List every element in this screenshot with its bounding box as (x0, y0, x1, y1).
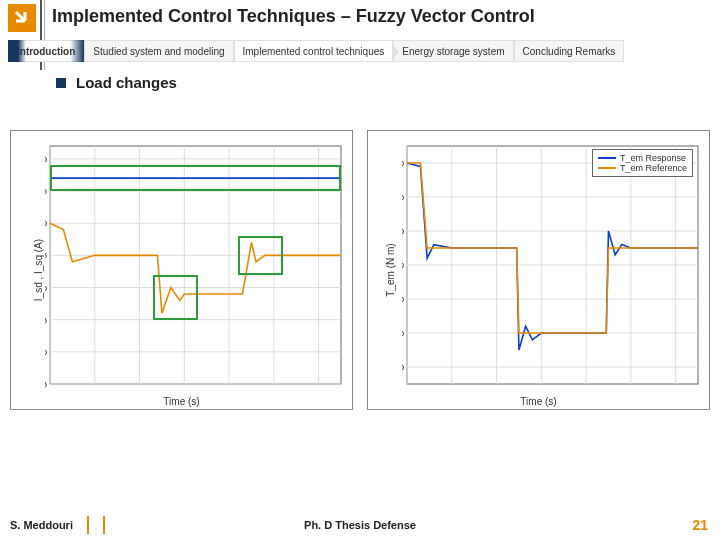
chart-ylabel: T_em (N m) (385, 243, 396, 296)
svg-text:10: 10 (45, 155, 48, 164)
svg-text:5: 5 (629, 387, 634, 389)
svg-text:-5: -5 (45, 251, 48, 260)
page-number: 21 (692, 517, 708, 533)
legend-swatch-icon (598, 157, 616, 159)
legend-label: T_em Reference (620, 163, 687, 173)
svg-text:0: 0 (48, 387, 53, 389)
svg-text:1: 1 (93, 387, 98, 389)
breadcrumb-tabs: IntroductionStudied system and modelingI… (8, 40, 712, 62)
svg-text:3: 3 (539, 387, 544, 389)
svg-text:-20: -20 (45, 348, 48, 357)
chart-row: 0123456-25-20-15-10-50510 I_sd , I_sq (A… (10, 130, 710, 410)
tab-implemented-control-techniques[interactable]: Implemented control techniques (234, 40, 394, 62)
chart-legend: T_em ResponseT_em Reference (592, 149, 693, 177)
svg-text:5: 5 (272, 387, 277, 389)
footer: S. Meddouri Ph. D Thesis Defense 21 (0, 510, 720, 540)
svg-text:2: 2 (494, 387, 499, 389)
tab-energy-storage-system[interactable]: Energy storage system (393, 40, 513, 62)
footer-divider-icon (103, 516, 105, 534)
svg-text:-50: -50 (402, 329, 405, 338)
footer-divider-icon (87, 516, 89, 534)
svg-text:-10: -10 (45, 284, 48, 293)
chart-xlabel: Time (s) (163, 396, 199, 407)
tab-introduction[interactable]: Introduction (8, 40, 84, 62)
svg-text:6: 6 (316, 387, 321, 389)
chart-ylabel: I_sd , I_sq (A) (33, 239, 44, 301)
page-title: Implemented Control Techniques – Fuzzy V… (52, 6, 535, 27)
svg-text:-60: -60 (402, 363, 405, 372)
chart-torque: 0123456-60-50-40-30-20-100 T_em (N m) Ti… (367, 130, 710, 410)
legend-row: T_em Response (598, 153, 687, 163)
svg-text:0: 0 (45, 219, 48, 228)
svg-text:-15: -15 (45, 316, 48, 325)
svg-text:0: 0 (405, 387, 410, 389)
legend-row: T_em Reference (598, 163, 687, 173)
svg-text:4: 4 (584, 387, 589, 389)
highlight-box (153, 275, 198, 320)
section-bullet: Load changes (56, 74, 177, 91)
brand-icon (8, 4, 36, 32)
svg-text:-40: -40 (402, 295, 405, 304)
highlight-box (50, 165, 341, 191)
svg-text:5: 5 (45, 187, 48, 196)
footer-author: S. Meddouri (0, 519, 73, 531)
chart-xlabel: Time (s) (520, 396, 556, 407)
chart-currents: 0123456-25-20-15-10-50510 I_sd , I_sq (A… (10, 130, 353, 410)
section-label: Load changes (76, 74, 177, 91)
svg-text:6: 6 (673, 387, 678, 389)
footer-title: Ph. D Thesis Defense (304, 519, 416, 531)
tab-studied-system-and-modeling[interactable]: Studied system and modeling (84, 40, 233, 62)
svg-text:2: 2 (137, 387, 142, 389)
legend-label: T_em Response (620, 153, 686, 163)
highlight-box (238, 236, 283, 275)
legend-swatch-icon (598, 167, 616, 169)
bullet-square-icon (56, 78, 66, 88)
svg-text:3: 3 (182, 387, 187, 389)
tab-concluding-remarks[interactable]: Concluding Remarks (514, 40, 625, 62)
svg-text:1: 1 (450, 387, 455, 389)
svg-text:-10: -10 (402, 193, 405, 202)
svg-text:-20: -20 (402, 227, 405, 236)
svg-text:-30: -30 (402, 261, 405, 270)
svg-text:0: 0 (402, 159, 405, 168)
svg-text:4: 4 (227, 387, 232, 389)
